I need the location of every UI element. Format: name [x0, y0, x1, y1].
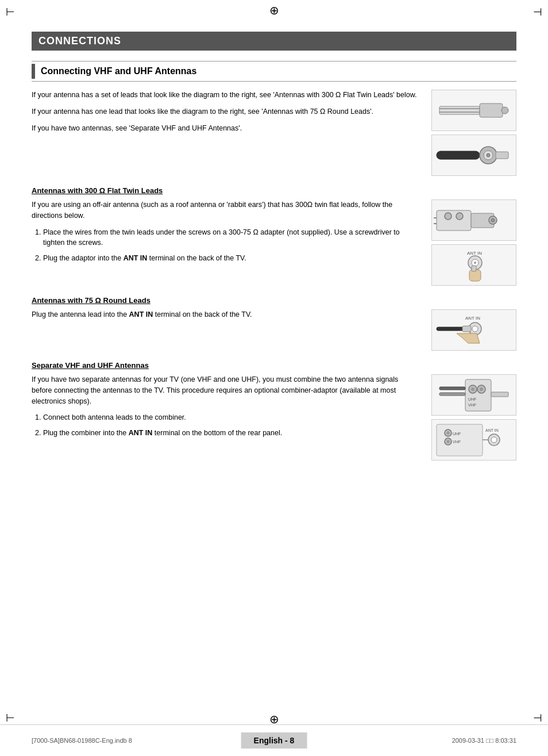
svg-rect-28 — [462, 326, 471, 332]
svg-rect-10 — [437, 210, 471, 231]
section3-text: Plug the antenna lead into the ANT IN te… — [32, 309, 419, 351]
section2-step2: Plug the adaptor into the ANT IN termina… — [43, 253, 419, 264]
svg-rect-23 — [472, 266, 476, 271]
svg-text:ANT IN: ANT IN — [465, 316, 480, 321]
page: ⊢ ⊣ ⊢ ⊣ ⊕ ⊕ CONNECTIONS Connecting VHF a… — [0, 0, 548, 756]
title-bar — [32, 64, 35, 79]
ant-in-75ohm-image: ANT IN — [431, 309, 516, 351]
section2-ant-in: ANT IN — [124, 254, 148, 262]
subheading-300ohm: Antennas with 300 Ω Flat Twin Leads — [32, 186, 516, 195]
section2-step1: Place the wires from the twin leads unde… — [43, 227, 419, 249]
subsection-title-1: Connecting VHF and UHF Antennas — [32, 61, 516, 82]
section2-steps: Place the wires from the twin leads unde… — [43, 227, 419, 264]
svg-point-41 — [447, 431, 450, 434]
corner-mark-br: ⊣ — [533, 712, 542, 724]
section2-intro: If you are using an off-air antenna (suc… — [32, 199, 419, 221]
section-75ohm: Antennas with 75 Ω Round Leads Plug the … — [32, 296, 516, 351]
section3-content: Plug the antenna lead into the ANT IN te… — [32, 309, 516, 351]
svg-point-11 — [445, 213, 451, 220]
section4-step2: Plug the combiner into the ANT IN termin… — [43, 428, 419, 439]
svg-text:UHF: UHF — [453, 432, 461, 436]
section-vhf-uhf: Connecting VHF and UHF Antennas If your … — [32, 61, 516, 176]
section2-content: If you are using an off-air antenna (suc… — [32, 199, 516, 286]
adapter-300ohm-image — [431, 199, 516, 241]
corner-mark-bl: ⊢ — [6, 712, 15, 724]
svg-point-31 — [471, 387, 474, 391]
svg-text:UHF: UHF — [468, 397, 476, 401]
footer: [7000-SA]BN68-01988C-Eng.indb 8 English … — [0, 724, 548, 756]
flat-twin-leads-image — [431, 90, 516, 131]
section4-step1: Connect both antenna leads to the combin… — [43, 412, 419, 423]
svg-point-43 — [447, 440, 450, 443]
section-300ohm: Antennas with 300 Ω Flat Twin Leads If y… — [32, 186, 516, 286]
ant-in-combiner-image: UHF VHF ANT IN — [431, 419, 516, 460]
section1-para3: If you have two antennas, see 'Separate … — [32, 123, 419, 134]
section3-para: Plug the antenna lead into the ANT IN te… — [32, 309, 419, 320]
svg-rect-36 — [439, 387, 465, 390]
footer-page-label: English - 8 — [241, 732, 307, 749]
svg-rect-9 — [496, 152, 508, 159]
svg-rect-37 — [439, 393, 465, 396]
section1-para1: If your antenna has a set of leads that … — [32, 90, 419, 101]
section1-para2: If your antenna has one lead that looks … — [32, 106, 419, 117]
svg-point-17 — [491, 218, 495, 222]
round-lead-image — [431, 135, 516, 176]
section4-images: UHF VHF — [427, 374, 516, 460]
svg-text:ANT IN: ANT IN — [467, 251, 482, 256]
svg-point-12 — [456, 213, 463, 220]
section3-images: ANT IN — [427, 309, 516, 351]
section-header: CONNECTIONS — [32, 32, 516, 51]
section-separate: Separate VHF and UHF Antennas If you hav… — [32, 361, 516, 460]
subsection-heading-1: Connecting VHF and UHF Antennas — [41, 66, 196, 76]
svg-rect-1 — [480, 103, 503, 117]
corner-mark-tr: ⊣ — [533, 6, 542, 18]
subheading-separate: Separate VHF and UHF Antennas — [32, 361, 516, 370]
section1-content: If your antenna has a set of leads that … — [32, 90, 516, 176]
section2-text: If you are using an off-air antenna (suc… — [32, 199, 419, 286]
svg-text:VHF: VHF — [468, 403, 476, 407]
section1-text: If your antenna has a set of leads that … — [32, 90, 419, 176]
section1-images — [427, 90, 516, 176]
section2-images: ANT IN — [427, 199, 516, 286]
section4-content: If you have two separate antennas for yo… — [32, 374, 516, 460]
svg-point-21 — [474, 262, 476, 264]
subheading-75ohm: Antennas with 75 Ω Round Leads — [32, 296, 516, 305]
ant-in-300ohm-image: ANT IN — [431, 244, 516, 286]
corner-mark-tl: ⊢ — [6, 6, 15, 18]
svg-text:ANT IN: ANT IN — [485, 428, 499, 432]
section4-text: If you have two separate antennas for yo… — [32, 374, 419, 460]
svg-point-48 — [491, 437, 497, 443]
main-content: CONNECTIONS Connecting VHF and UHF Anten… — [32, 32, 516, 460]
section4-ant-in: ANT IN — [129, 429, 153, 437]
section4-steps: Connect both antenna leads to the combin… — [43, 412, 419, 439]
svg-rect-0 — [439, 106, 480, 114]
svg-rect-27 — [437, 327, 466, 331]
footer-left: [7000-SA]BN68-01988C-Eng.indb 8 — [32, 737, 132, 744]
combiner-image: UHF VHF — [431, 374, 516, 416]
svg-point-26 — [472, 326, 478, 332]
crosshair-top: ⊕ — [269, 3, 279, 17]
svg-rect-5 — [437, 151, 480, 159]
svg-point-8 — [487, 153, 490, 157]
svg-point-33 — [480, 387, 483, 391]
svg-text:VHF: VHF — [453, 440, 461, 444]
footer-right: 2009-03-31 □□ 8:03:31 — [452, 737, 516, 744]
svg-rect-4 — [501, 107, 508, 114]
section3-ant-in: ANT IN — [129, 310, 153, 318]
svg-rect-38 — [491, 392, 508, 397]
section4-para: If you have two separate antennas for yo… — [32, 374, 419, 406]
